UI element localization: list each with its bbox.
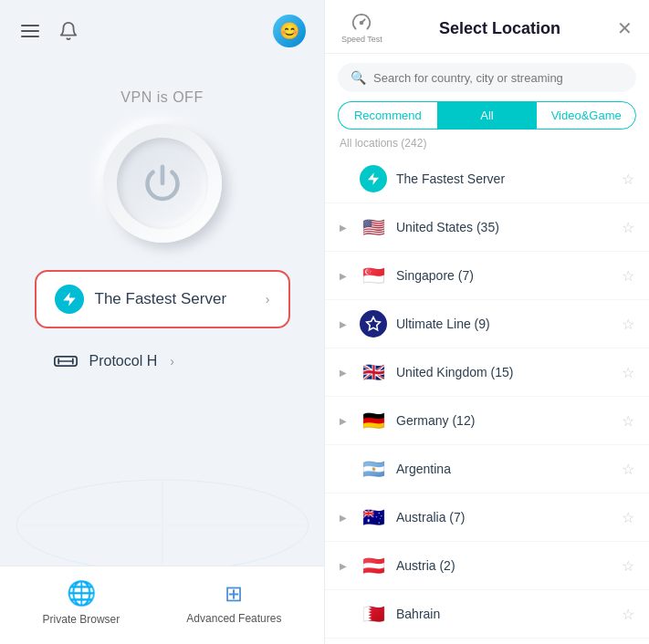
country-flag-icon: 🇩🇪 xyxy=(360,407,387,434)
favorite-star-icon[interactable]: ☆ xyxy=(622,412,634,430)
expand-arrow-icon: ▶ xyxy=(340,416,351,426)
list-item[interactable]: The Fastest Server☆ xyxy=(325,155,649,203)
protocol-arrow: › xyxy=(170,354,174,369)
list-item[interactable]: ▶🇬🇧United Kingdom (15)☆ xyxy=(325,348,649,397)
fastest-server-icon xyxy=(55,285,84,314)
expand-arrow-icon: ▶ xyxy=(340,513,351,523)
tab-bar: Recommend All Video&Game xyxy=(338,101,636,130)
speed-test-label: Speed Test xyxy=(341,35,382,44)
tab-all[interactable]: All xyxy=(437,101,537,130)
favorite-star-icon[interactable]: ☆ xyxy=(622,461,634,478)
server-selector-arrow: › xyxy=(266,292,270,306)
speedometer-icon xyxy=(351,13,372,33)
protocol-icon xyxy=(53,352,79,370)
list-item[interactable]: 🇦🇷Argentina☆ xyxy=(325,445,649,493)
power-button[interactable] xyxy=(103,124,222,243)
tab-recommend[interactable]: Recommend xyxy=(338,101,437,130)
country-flag-icon: 🇧🇭 xyxy=(360,600,387,628)
favorite-star-icon[interactable]: ☆ xyxy=(622,267,634,285)
fastest-server-badge-icon xyxy=(360,165,387,192)
favorite-star-icon[interactable]: ☆ xyxy=(622,364,634,381)
server-selector[interactable]: The Fastest Server › xyxy=(35,270,290,328)
favorite-star-icon[interactable]: ☆ xyxy=(622,509,634,526)
notification-bell-icon[interactable] xyxy=(57,19,80,43)
power-icon xyxy=(142,163,183,203)
country-flag-icon: 🇦🇷 xyxy=(360,455,387,483)
country-flag-icon: 🇺🇸 xyxy=(360,213,387,241)
special-line-icon xyxy=(360,310,387,338)
advanced-features-label: Advanced Features xyxy=(186,612,281,625)
expand-arrow-icon: ▶ xyxy=(340,271,351,281)
locations-count: All locations (242) xyxy=(325,137,649,155)
search-bar: 🔍 xyxy=(338,63,636,92)
favorite-star-icon[interactable]: ☆ xyxy=(622,606,634,623)
location-name: Singapore (7) xyxy=(396,268,612,283)
nav-item-advanced-features[interactable]: ⊞ Advanced Features xyxy=(186,581,281,625)
country-flag-icon: 🇬🇧 xyxy=(360,358,387,386)
right-panel: Speed Test Select Location ✕ 🔍 Recommend… xyxy=(324,0,649,644)
favorite-star-icon[interactable]: ☆ xyxy=(622,219,634,236)
speed-test-button[interactable]: Speed Test xyxy=(341,13,382,44)
list-item[interactable]: ▶🇸🇬Singapore (7)☆ xyxy=(325,252,649,300)
hamburger-menu-icon[interactable] xyxy=(18,19,42,43)
favorite-star-icon[interactable]: ☆ xyxy=(622,316,634,333)
advanced-features-icon: ⊞ xyxy=(225,581,243,607)
location-name: United States (35) xyxy=(396,220,612,234)
list-item[interactable]: 🇧🇭Bahrain☆ xyxy=(325,590,649,639)
tab-videogame[interactable]: Video&Game xyxy=(536,101,636,130)
location-name: Ultimate Line (9) xyxy=(396,317,612,331)
selected-server-name: The Fastest Server xyxy=(95,290,255,308)
avatar[interactable]: 😊 xyxy=(273,15,306,47)
svg-marker-0 xyxy=(63,293,76,306)
country-flag-icon: 🇦🇹 xyxy=(360,552,387,579)
private-browser-icon: 🌐 xyxy=(67,579,96,608)
list-item[interactable]: ▶🇦🇹Austria (2)☆ xyxy=(325,542,649,590)
search-icon: 🔍 xyxy=(351,70,366,85)
location-name: United Kingdom (15) xyxy=(396,365,612,379)
list-item[interactable]: 🇧🇩Bangladesh☆ xyxy=(325,639,649,644)
location-name: Bahrain xyxy=(396,607,612,621)
bottom-nav: 🌐 Private Browser ⊞ Advanced Features xyxy=(0,566,324,644)
location-name: Australia (7) xyxy=(396,510,612,525)
svg-point-9 xyxy=(361,22,363,25)
country-flag-icon: 🇸🇬 xyxy=(360,262,387,289)
location-name: Argentina xyxy=(396,462,612,476)
right-header: Speed Test Select Location ✕ xyxy=(325,0,649,54)
left-header: 😊 xyxy=(0,0,324,62)
protocol-selector[interactable]: Protocol H › xyxy=(35,343,290,379)
location-list: The Fastest Server☆▶🇺🇸United States (35)… xyxy=(325,155,649,644)
private-browser-label: Private Browser xyxy=(43,613,120,626)
map-background xyxy=(0,471,324,580)
favorite-star-icon[interactable]: ☆ xyxy=(622,557,634,575)
power-button-inner xyxy=(117,138,208,229)
left-panel: 😊 VPN is OFF The Fastest Server › xyxy=(0,0,324,644)
protocol-name: Protocol H xyxy=(89,353,158,369)
country-flag-icon: 🇦🇺 xyxy=(360,504,387,531)
panel-title: Select Location xyxy=(439,19,560,38)
vpn-status-label: VPN is OFF xyxy=(120,89,203,106)
nav-item-private-browser[interactable]: 🌐 Private Browser xyxy=(43,579,120,626)
close-button[interactable]: ✕ xyxy=(617,19,633,37)
svg-marker-10 xyxy=(368,172,379,184)
expand-arrow-icon: ▶ xyxy=(340,223,351,233)
svg-point-5 xyxy=(16,480,309,571)
location-name: Austria (2) xyxy=(396,558,612,573)
favorite-star-icon[interactable]: ☆ xyxy=(622,171,634,188)
search-input[interactable] xyxy=(373,71,623,85)
expand-arrow-icon: ▶ xyxy=(340,368,351,378)
expand-arrow-icon: ▶ xyxy=(340,561,351,571)
location-name: The Fastest Server xyxy=(396,171,612,186)
list-item[interactable]: ▶Ultimate Line (9)☆ xyxy=(325,300,649,348)
list-item[interactable]: ▶🇦🇺Australia (7)☆ xyxy=(325,493,649,542)
expand-arrow-icon: ▶ xyxy=(340,319,351,329)
header-icons-left xyxy=(18,19,80,43)
list-item[interactable]: ▶🇩🇪Germany (12)☆ xyxy=(325,397,649,445)
location-name: Germany (12) xyxy=(396,413,612,428)
list-item[interactable]: ▶🇺🇸United States (35)☆ xyxy=(325,203,649,252)
